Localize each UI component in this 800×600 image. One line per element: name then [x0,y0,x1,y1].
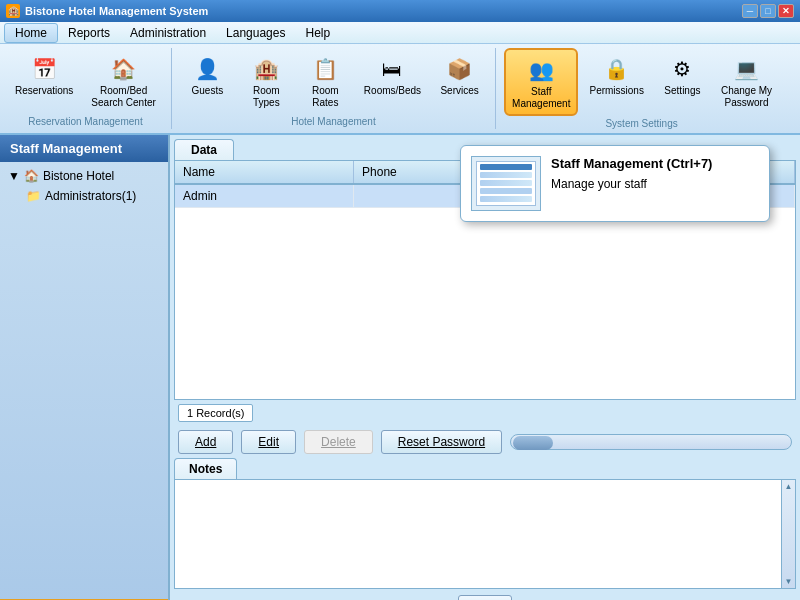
room-search-icon: 🏠 [108,53,140,85]
room-search-label: Room/BedSearch Center [91,85,155,109]
menu-reports[interactable]: Reports [58,24,120,42]
guests-icon: 👤 [191,53,223,85]
toolbar: 📅 Reservations 🏠 Room/BedSearch Center R… [0,44,800,135]
menu-help[interactable]: Help [295,24,340,42]
app-title: Bistone Hotel Management System [25,5,742,17]
toolbar-section-reservation: 📅 Reservations 🏠 Room/BedSearch Center R… [8,48,172,129]
menu-home[interactable]: Home [4,23,58,43]
toolbar-room-search[interactable]: 🏠 Room/BedSearch Center [84,48,162,114]
sidebar-content: ▼ 🏠 Bistone Hotel 📁 Administrators(1) [0,162,168,599]
reservations-label: Reservations [15,85,73,97]
toolbar-change-password[interactable]: 💻 Change MyPassword [714,48,779,116]
record-count: 1 Record(s) [178,404,253,422]
toolbar-staff[interactable]: 👥 StaffManagement [504,48,578,116]
toolbar-room-rates[interactable]: 📋 RoomRates [298,48,353,114]
toolbar-guests[interactable]: 👤 Guests [180,48,235,114]
maximize-button[interactable]: □ [760,4,776,18]
reset-password-button[interactable]: Reset Password [381,430,502,454]
menu-languages[interactable]: Languages [216,24,295,42]
reservation-section-label: Reservation Management [8,116,163,127]
delete-button[interactable]: Delete [304,430,373,454]
tooltip-description: Manage your staff [551,177,759,191]
toolbar-rooms-beds[interactable]: 🛏 Rooms/Beds [357,48,428,114]
system-section-label: System Settings [504,118,779,129]
notes-content: ▲ ▼ [174,479,796,589]
permissions-label: Permissions [589,85,643,97]
room-rates-label: RoomRates [312,85,339,109]
tooltip-image [471,156,541,211]
notes-section: Notes ▲ ▼ Edit [170,458,800,600]
status-bar: 1 Record(s) [170,400,800,426]
buttons-area: Add Edit Delete Reset Password [170,426,800,458]
toolbar-section-hotel: 👤 Guests 🏨 RoomTypes 📋 RoomRates 🛏 Rooms… [172,48,496,129]
edit-button[interactable]: Edit [241,430,296,454]
scroll-bar[interactable] [510,434,792,450]
minimize-button[interactable]: ─ [742,4,758,18]
change-password-icon: 💻 [731,53,763,85]
staff-icon: 👥 [525,54,557,86]
toolbar-settings[interactable]: ⚙ Settings [655,48,710,116]
menu-bar: Home Reports Administration Languages He… [0,22,800,44]
close-button[interactable]: ✕ [778,4,794,18]
settings-icon: ⚙ [666,53,698,85]
admins-label: Administrators(1) [45,189,136,203]
reservations-icon: 📅 [28,53,60,85]
tree-item-admins[interactable]: 📁 Administrators(1) [22,186,164,206]
settings-label: Settings [664,85,700,97]
services-icon: 📦 [444,53,476,85]
menu-administration[interactable]: Administration [120,24,216,42]
notes-scrollbar: ▲ ▼ [781,480,795,588]
permissions-icon: 🔒 [601,53,633,85]
services-label: Services [440,85,478,97]
staff-label: StaffManagement [512,86,570,110]
folder-icon: 📁 [26,189,41,203]
window-controls: ─ □ ✕ [742,4,794,18]
tab-notes[interactable]: Notes [174,458,237,479]
toolbar-room-types[interactable]: 🏨 RoomTypes [239,48,294,114]
toolbar-services[interactable]: 📦 Services [432,48,487,114]
rooms-beds-icon: 🛏 [376,53,408,85]
hotel-tree-icon: 🏠 [24,169,39,183]
cell-name: Admin [175,184,354,208]
notes-tab-bar: Notes [174,458,796,479]
expand-icon: ▼ [8,169,20,183]
tooltip-overlay: Staff Management (Ctrl+7) Manage your st… [460,145,770,222]
col-name: Name [175,161,354,184]
scroll-up-arrow[interactable]: ▲ [785,480,793,493]
title-bar: 🏨 Bistone Hotel Management System ─ □ ✕ [0,0,800,22]
hotel-section-label: Hotel Management [180,116,487,127]
scroll-thumb [513,436,553,450]
room-types-icon: 🏨 [250,53,282,85]
tab-data[interactable]: Data [174,139,234,160]
toolbar-section-system: 👥 StaffManagement 🔒 Permissions ⚙ Settin… [496,48,787,129]
notes-edit-button[interactable]: Edit [458,595,513,600]
rooms-beds-label: Rooms/Beds [364,85,421,97]
sidebar-header: Staff Management [0,135,168,162]
scroll-down-arrow[interactable]: ▼ [785,575,793,588]
hotel-tree-label: Bistone Hotel [43,169,114,183]
guests-label: Guests [192,85,224,97]
room-types-label: RoomTypes [253,85,280,109]
tooltip-title: Staff Management (Ctrl+7) [551,156,759,171]
room-rates-icon: 📋 [309,53,341,85]
add-button[interactable]: Add [178,430,233,454]
edit-bottom-area: Edit [174,589,796,600]
tree-item-hotel[interactable]: ▼ 🏠 Bistone Hotel [4,166,164,186]
tooltip-text: Staff Management (Ctrl+7) Manage your st… [551,156,759,211]
change-password-label: Change MyPassword [721,85,772,109]
toolbar-reservations[interactable]: 📅 Reservations [8,48,80,114]
toolbar-permissions[interactable]: 🔒 Permissions [582,48,650,116]
app-icon: 🏨 [6,4,20,18]
sidebar: Staff Management ▼ 🏠 Bistone Hotel 📁 Adm… [0,135,170,600]
